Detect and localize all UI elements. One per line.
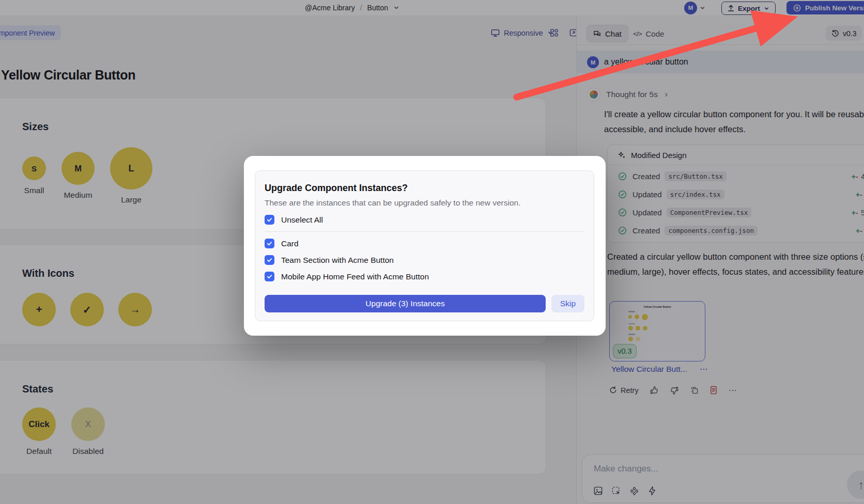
upgrade-instances-modal: Upgrade Component Instances? These are t…	[244, 156, 606, 336]
instance-label: Mobile App Home Feed with Acme Button	[281, 272, 429, 281]
checkbox-checked[interactable]	[265, 272, 274, 281]
instance-label: Team Section with Acme Button	[281, 256, 394, 265]
checkbox-checked[interactable]	[265, 255, 274, 265]
checkbox-checked[interactable]	[265, 215, 274, 225]
instance-row[interactable]: Mobile App Home Feed with Acme Button	[265, 272, 584, 281]
modal-title: Upgrade Component Instances?	[255, 171, 594, 194]
modal-subtitle: These are the instances that can be upgr…	[255, 194, 594, 208]
select-all-label: Unselect All	[281, 215, 323, 225]
instance-row[interactable]: Card	[265, 239, 584, 248]
upgrade-instances-button[interactable]: Upgrade (3) Instances	[265, 295, 546, 312]
skip-button[interactable]: Skip	[551, 295, 584, 312]
instance-row[interactable]: Team Section with Acme Button	[265, 255, 584, 265]
modal-buttons: Upgrade (3) Instances Skip	[265, 295, 584, 312]
modal-divider	[265, 231, 584, 232]
checkbox-checked[interactable]	[265, 239, 274, 248]
upgrade-instances-panel: Upgrade Component Instances? These are t…	[255, 170, 594, 321]
select-all-row[interactable]: Unselect All	[265, 215, 584, 225]
instance-label: Card	[281, 239, 299, 248]
